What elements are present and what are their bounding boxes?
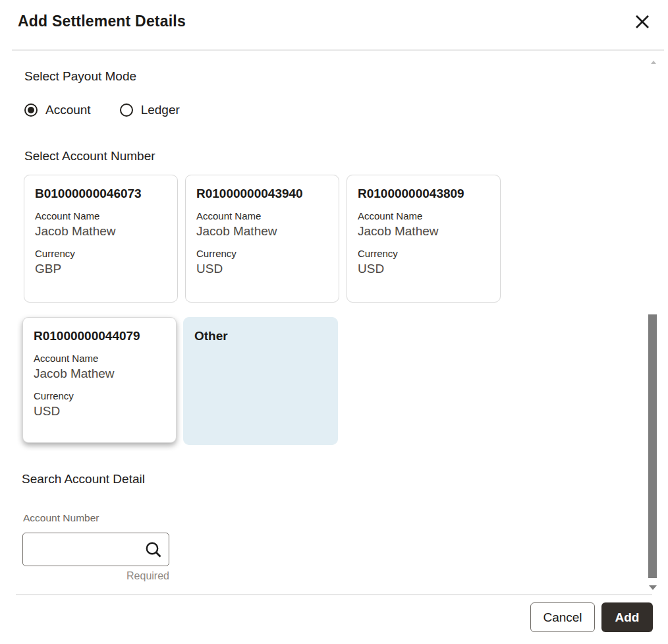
account-number-field-label: Account Number xyxy=(23,512,99,524)
account-cards-row-2: R01000000044079 Account Name Jacob Mathe… xyxy=(22,317,338,445)
radio-button-account[interactable] xyxy=(24,103,38,117)
account-name-value: Jacob Mathew xyxy=(34,366,165,381)
cancel-button[interactable]: Cancel xyxy=(530,602,595,632)
radio-label: Account xyxy=(45,103,91,117)
account-card[interactable]: R01000000044079 Account Name Jacob Mathe… xyxy=(22,317,177,443)
scrollbar-down-arrow-icon[interactable] xyxy=(649,585,657,590)
currency-label: Currency xyxy=(35,248,167,259)
account-card[interactable]: R01000000043940 Account Name Jacob Mathe… xyxy=(185,175,339,303)
radio-option-account[interactable]: Account xyxy=(24,103,91,117)
radio-option-ledger[interactable]: Ledger xyxy=(120,103,180,117)
currency-label: Currency xyxy=(34,390,165,401)
account-name-value: Jacob Mathew xyxy=(358,224,489,239)
account-number-field xyxy=(22,533,169,566)
account-card-number: R01000000043809 xyxy=(358,187,489,201)
account-cards-row-1: B01000000046073 Account Name Jacob Mathe… xyxy=(24,175,501,303)
account-name-label: Account Name xyxy=(358,210,489,221)
scrollbar-up-arrow-icon[interactable] xyxy=(651,61,656,64)
header-divider xyxy=(12,49,664,51)
account-name-label: Account Name xyxy=(196,210,328,221)
account-card[interactable]: R01000000043809 Account Name Jacob Mathe… xyxy=(347,175,501,303)
currency-label: Currency xyxy=(196,248,328,259)
account-number-input[interactable] xyxy=(30,536,143,564)
dialog-title: Add Settlement Details xyxy=(18,13,186,30)
close-button[interactable] xyxy=(631,11,654,34)
currency-label: Currency xyxy=(358,248,489,259)
other-account-card[interactable]: Other xyxy=(183,317,338,445)
currency-value: USD xyxy=(196,262,328,276)
account-name-label: Account Name xyxy=(34,353,165,364)
currency-value: GBP xyxy=(35,262,167,276)
search-button[interactable] xyxy=(144,541,163,560)
account-name-value: Jacob Mathew xyxy=(196,224,328,239)
account-card-number: R01000000043940 xyxy=(196,187,328,201)
currency-value: USD xyxy=(358,262,489,276)
account-name-value: Jacob Mathew xyxy=(35,224,167,239)
search-icon xyxy=(144,540,163,562)
account-card-number: B01000000046073 xyxy=(35,187,167,201)
scrollbar-thumb[interactable] xyxy=(648,314,657,578)
account-card[interactable]: B01000000046073 Account Name Jacob Mathe… xyxy=(24,175,178,303)
other-card-label: Other xyxy=(194,329,327,343)
payout-mode-radio-group: Account Ledger xyxy=(24,103,180,117)
close-icon xyxy=(633,13,652,33)
payout-mode-heading: Select Payout Mode xyxy=(24,69,136,84)
currency-value: USD xyxy=(34,404,165,419)
account-card-number: R01000000044079 xyxy=(34,329,165,343)
account-name-label: Account Name xyxy=(35,210,167,221)
radio-label: Ledger xyxy=(141,103,180,117)
required-hint: Required xyxy=(22,570,169,582)
add-button[interactable]: Add xyxy=(601,602,653,632)
radio-button-ledger[interactable] xyxy=(120,103,133,117)
footer-divider xyxy=(16,594,652,595)
select-account-heading: Select Account Number xyxy=(24,149,155,163)
search-account-heading: Search Account Detail xyxy=(22,472,145,486)
